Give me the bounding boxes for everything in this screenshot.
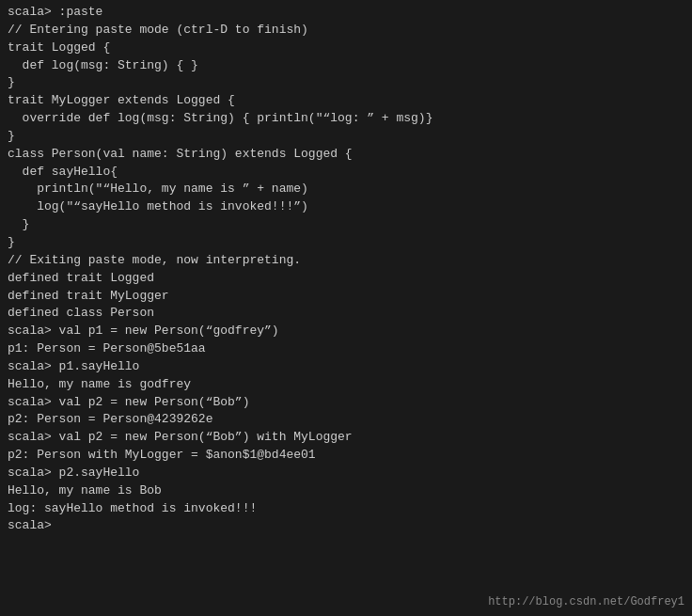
terminal-line: scala> val p2 = new Person(“Bob”) bbox=[8, 394, 684, 412]
terminal-line: defined trait Logged bbox=[8, 270, 684, 288]
terminal-line: scala> val p2 = new Person(“Bob”) with M… bbox=[8, 429, 684, 447]
terminal-line: scala> val p1 = new Person(“godfrey”) bbox=[8, 323, 684, 340]
terminal-output: scala> :paste// Entering paste mode (ctr… bbox=[8, 4, 684, 535]
watermark: http://blog.csdn.net/Godfrey1 bbox=[488, 595, 684, 608]
terminal-line: } bbox=[8, 216, 684, 234]
terminal-line: defined trait MyLogger bbox=[8, 288, 684, 306]
terminal-line: // Entering paste mode (ctrl-D to finish… bbox=[8, 22, 684, 39]
terminal-line: scala> bbox=[8, 517, 684, 535]
terminal-line: Hello, my name is Bob bbox=[8, 482, 684, 500]
terminal-window: scala> :paste// Entering paste mode (ctr… bbox=[0, 0, 692, 616]
terminal-line: log: sayHello method is invoked!!! bbox=[8, 500, 684, 518]
terminal-line: } bbox=[8, 234, 684, 252]
terminal-line: log("“sayHello method is invoked!!!”) bbox=[8, 198, 684, 216]
terminal-line: class Person(val name: String) extends L… bbox=[8, 146, 684, 164]
terminal-line: def log(msg: String) { } bbox=[8, 57, 684, 75]
terminal-line: defined class Person bbox=[8, 305, 684, 323]
terminal-line: scala> p1.sayHello bbox=[8, 358, 684, 376]
terminal-line: } bbox=[8, 128, 684, 146]
terminal-line: override def log(msg: String) { println(… bbox=[8, 110, 684, 128]
terminal-line: } bbox=[8, 74, 684, 92]
terminal-line: scala> :paste bbox=[8, 4, 684, 22]
terminal-line: def sayHello{ bbox=[8, 164, 684, 182]
terminal-line: trait Logged { bbox=[8, 39, 684, 57]
terminal-line: // Exiting paste mode, now interpreting. bbox=[8, 252, 684, 270]
terminal-line: println("“Hello, my name is ” + name) bbox=[8, 181, 684, 198]
terminal-line: p1: Person = Person@5be51aa bbox=[8, 340, 684, 358]
terminal-line: trait MyLogger extends Logged { bbox=[8, 92, 684, 110]
terminal-line: Hello, my name is godfrey bbox=[8, 376, 684, 394]
terminal-line: scala> p2.sayHello bbox=[8, 465, 684, 482]
terminal-line: p2: Person with MyLogger = $anon$1@bd4ee… bbox=[8, 447, 684, 465]
terminal-line: p2: Person = Person@4239262e bbox=[8, 411, 684, 429]
